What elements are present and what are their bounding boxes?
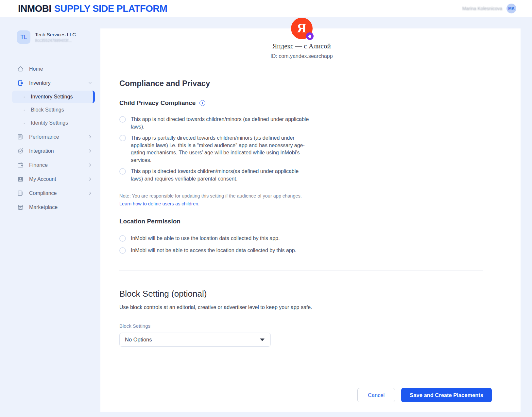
dash-bullet: - [24, 107, 25, 113]
footer-actions: Cancel Save and Create Placements [119, 388, 492, 402]
sidebar-item-performance[interactable]: Performance [0, 130, 100, 144]
yandex-app-icon: Я [291, 18, 313, 39]
brand-secondary: SUPPLY SIDE PLATFORM [54, 3, 167, 14]
main-area: Я Яндекс — с Алисой ID: com.yandex.searc… [100, 17, 532, 417]
location-options: InMobi will be able to use the location … [119, 235, 492, 254]
location-option-deny[interactable]: InMobi will not be able to access the lo… [119, 247, 492, 254]
chevron-right-icon [88, 163, 93, 167]
sidebar-item-label: Integration [29, 148, 82, 154]
child-privacy-title-text: Child Privacy Compliance [119, 99, 196, 107]
child-privacy-options: This app is not directed towards childre… [119, 116, 492, 182]
sidebar-menu: Home Inventory - Inventory Settings - Bl… [0, 62, 100, 214]
account-name: Tech Services LLC [35, 32, 76, 37]
dash-bullet: - [24, 120, 25, 126]
sidebar-item-label: Finance [29, 162, 82, 168]
sidebar-item-label: Inventory [29, 80, 82, 86]
wallet-icon [17, 162, 24, 168]
learn-more-link[interactable]: Learn how to define users as children. [119, 201, 199, 207]
cancel-button[interactable]: Cancel [357, 388, 395, 402]
form-content: Compliance and Privacy Child Privacy Com… [100, 78, 521, 402]
footer-divider [119, 374, 492, 374]
chevron-right-icon [88, 177, 93, 182]
radio-button[interactable] [119, 247, 126, 254]
sidebar-divider [13, 50, 87, 50]
chevron-right-icon [88, 148, 93, 153]
account-switcher[interactable]: TL Tech Services LLC 8cc355247889403f... [0, 30, 100, 44]
location-option-allow[interactable]: InMobi will be able to use the location … [119, 235, 492, 242]
block-setting-description: Use block controls at an editorial, crea… [119, 304, 492, 311]
app-title: Яндекс — с Алисой [92, 42, 512, 50]
avatar[interactable]: MK [506, 4, 516, 13]
sidebar-item-compliance[interactable]: Compliance [0, 186, 100, 200]
yandex-letter: Я [297, 22, 306, 35]
chevron-right-icon [88, 134, 93, 139]
sidebar-item-label: Compliance [29, 190, 82, 196]
radio-button[interactable] [119, 168, 126, 175]
sidebar-item-label: Home [29, 66, 93, 72]
child-privacy-option-partially-directed[interactable]: This app is partially directed towards c… [119, 134, 492, 164]
note-text: Note: You are responsible for updating t… [119, 193, 492, 199]
block-settings-dropdown[interactable]: No Options [119, 333, 271, 347]
section-divider [119, 270, 483, 270]
sidebar-item-finance[interactable]: Finance [0, 158, 100, 172]
storefront-icon [17, 204, 24, 211]
child-privacy-title: Child Privacy Compliance i [119, 99, 492, 107]
sidebar-item-label: Block Settings [31, 107, 64, 113]
account-id: 8cc355247889403f... [35, 38, 76, 43]
sidebar-item-my-account[interactable]: My Account [0, 172, 100, 186]
sidebar-item-label: My Account [29, 176, 82, 182]
location-permission-title: Location Permission [119, 218, 492, 225]
user-icon [17, 176, 24, 182]
sidebar-item-identity-settings[interactable]: - Identity Settings [12, 117, 95, 129]
chevron-right-icon [88, 191, 93, 196]
radio-button[interactable] [119, 235, 126, 242]
chevron-down-icon [88, 80, 93, 85]
app-header: Я Яндекс — с Алисой ID: com.yandex.searc… [92, 28, 512, 59]
app-id: ID: com.yandex.searchapp [92, 53, 512, 59]
sidebar-item-label: Performance [29, 134, 82, 140]
sidebar-item-inventory-settings[interactable]: - Inventory Settings [12, 91, 95, 103]
block-settings-label: Block Settings [119, 323, 492, 329]
sidebar: TL Tech Services LLC 8cc355247889403f...… [0, 17, 100, 417]
sidebar-item-integration[interactable]: Integration [0, 144, 100, 158]
sidebar-item-marketplace[interactable]: Marketplace [0, 200, 100, 214]
target-icon [17, 148, 24, 154]
alice-badge-icon [306, 32, 314, 40]
sidebar-item-label: Marketplace [29, 204, 93, 210]
app-logo: INMOBISUPPLY SIDE PLATFORM [18, 3, 167, 14]
dropdown-caret-icon [260, 339, 265, 341]
radio-button[interactable] [119, 135, 126, 141]
top-bar: INMOBISUPPLY SIDE PLATFORM Marina Kolesn… [0, 0, 532, 17]
sidebar-item-block-settings[interactable]: - Block Settings [12, 104, 95, 116]
child-privacy-option-not-directed[interactable]: This app is not directed towards childre… [119, 116, 492, 130]
child-privacy-option-directed[interactable]: This app is directed towards children/mi… [119, 168, 492, 182]
settings-card: Я Яндекс — с Алисой ID: com.yandex.searc… [100, 28, 521, 412]
document-icon [17, 133, 24, 140]
radio-label: This app is not directed towards childre… [131, 116, 309, 130]
radio-label: InMobi will not be able to access the lo… [131, 247, 296, 254]
sidebar-item-label: Identity Settings [31, 120, 68, 126]
dropdown-value: No Options [125, 337, 152, 343]
inventory-icon [17, 79, 24, 86]
sidebar-item-label: Inventory Settings [31, 94, 73, 100]
save-button[interactable]: Save and Create Placements [401, 388, 492, 402]
block-setting-title: Block Setting (optional) [119, 288, 492, 300]
user-menu[interactable]: Marina Kolesnicova MK [462, 4, 516, 13]
user-name: Marina Kolesnicova [462, 6, 502, 11]
section-title-compliance: Compliance and Privacy [119, 78, 492, 88]
brand-primary: INMOBI [18, 3, 51, 14]
drop-icon [308, 34, 312, 39]
radio-label: InMobi will be able to use the location … [131, 235, 280, 242]
radio-button[interactable] [119, 116, 126, 123]
sidebar-item-home[interactable]: Home [0, 62, 100, 76]
account-avatar: TL [17, 30, 30, 44]
info-icon[interactable]: i [199, 100, 205, 106]
dash-bullet: - [24, 94, 25, 100]
radio-label: This app is partially directed towards c… [131, 134, 309, 164]
home-icon [17, 65, 24, 72]
radio-label: This app is directed towards children/mi… [131, 168, 309, 182]
sidebar-item-inventory[interactable]: Inventory [0, 76, 100, 90]
document-icon [17, 190, 24, 197]
